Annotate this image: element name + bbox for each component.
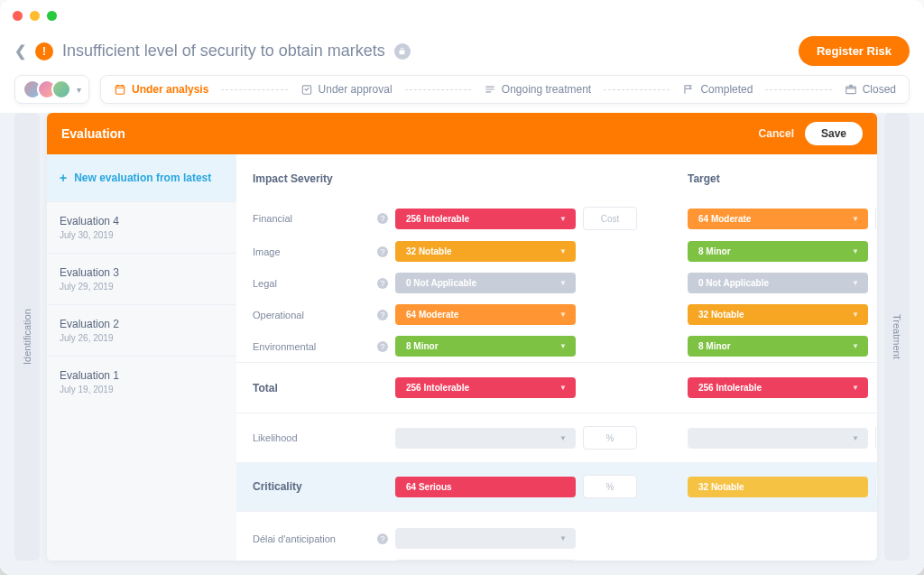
step-ongoing-treatment[interactable]: Ongoing treatment xyxy=(484,83,591,96)
operational-target-select[interactable]: 32 Notable▼ xyxy=(688,304,868,325)
recurrence-select[interactable]: ▼ xyxy=(395,560,576,561)
chevron-down-icon: ▼ xyxy=(852,215,859,223)
criticality-target-display: 32 Notable xyxy=(688,477,868,497)
evaluation-item[interactable]: Evaluation 1 July 19, 2019 xyxy=(47,356,236,407)
image-impact-select[interactable]: 32 Notable▼ xyxy=(395,241,576,262)
evaluation-item[interactable]: Evaluation 4 July 30, 2019 xyxy=(47,201,236,253)
total-target-select[interactable]: 256 Intolerable▼ xyxy=(688,377,868,398)
step-under-analysis[interactable]: Under analysis xyxy=(114,83,208,96)
page-header: ❮ ! Insufficient level of security to ob… xyxy=(0,31,924,75)
legal-impact-select[interactable]: 0 Not Applicable▼ xyxy=(395,273,576,293)
window-titlebar xyxy=(0,0,924,31)
warning-icon: ! xyxy=(35,42,53,60)
chevron-down-icon: ▼ xyxy=(559,384,567,392)
workflow-steps: Under analysis Under approval Ongoing tr… xyxy=(100,75,910,104)
chevron-down-icon: ▼ xyxy=(559,215,567,223)
environmental-impact-select[interactable]: 8 Minor▼ xyxy=(395,336,576,357)
financial-target-cost-input[interactable]: Cost xyxy=(875,207,877,230)
evaluation-grid: Impact Severity Target Financial? 256 In… xyxy=(236,154,877,561)
likelihood-impact-pct-input[interactable]: % xyxy=(583,426,637,450)
row-label-operational: Operational xyxy=(253,310,304,320)
row-label-environmental: Environmental xyxy=(253,341,316,352)
criticality-target-pct-input[interactable]: % xyxy=(875,475,877,498)
delai-select[interactable]: ▼ xyxy=(395,528,576,549)
legal-target-select[interactable]: 0 Not Applicable▼ xyxy=(688,273,868,293)
chevron-down-icon: ▾ xyxy=(77,85,81,95)
svg-rect-2 xyxy=(845,87,855,94)
help-icon[interactable]: ? xyxy=(377,246,388,257)
financial-target-select[interactable]: 64 Moderate▼ xyxy=(688,209,868,229)
back-icon[interactable]: ❮ xyxy=(14,42,26,60)
register-risk-button[interactable]: Register Risk xyxy=(799,36,910,66)
step-under-approval[interactable]: Under approval xyxy=(300,83,393,96)
row-label-delai: Délai d'anticipation xyxy=(253,533,336,544)
row-label-image: Image xyxy=(253,246,281,257)
help-icon[interactable]: ? xyxy=(377,533,388,544)
row-label-criticality: Criticality xyxy=(253,480,302,493)
evaluation-list: + New evaluation from latest Evaluation … xyxy=(47,154,236,561)
chevron-down-icon: ▼ xyxy=(559,247,567,255)
chevron-down-icon: ▼ xyxy=(559,279,567,287)
avatar xyxy=(51,79,71,99)
evaluation-item[interactable]: Evaluation 2 July 26, 2019 xyxy=(47,304,236,356)
row-label-financial: Financial xyxy=(253,213,292,224)
likelihood-impact-select[interactable]: ▼ xyxy=(395,428,576,449)
page-title: Insufficient level of security to obtain… xyxy=(62,42,385,60)
chevron-down-icon: ▼ xyxy=(559,434,567,442)
lock-icon xyxy=(394,43,411,60)
chevron-down-icon: ▼ xyxy=(852,342,859,350)
window-close-icon[interactable] xyxy=(13,11,23,21)
window-zoom-icon[interactable] xyxy=(47,11,57,21)
chevron-down-icon: ▼ xyxy=(852,434,859,442)
evaluation-panel: Evaluation Cancel Save + New evaluation … xyxy=(47,113,877,561)
tab-treatment[interactable]: Treatment xyxy=(884,113,910,561)
cancel-button[interactable]: Cancel xyxy=(759,127,794,140)
evaluation-item[interactable]: Evaluation 3 July 29, 2019 xyxy=(47,253,236,304)
help-icon[interactable]: ? xyxy=(377,278,388,289)
total-impact-select[interactable]: 256 Intolerable▼ xyxy=(395,377,576,398)
column-target: Target xyxy=(688,172,868,185)
step-closed[interactable]: Closed xyxy=(845,83,896,96)
criticality-impact-pct-input[interactable]: % xyxy=(583,475,637,498)
help-icon[interactable]: ? xyxy=(377,310,388,320)
row-label-legal: Legal xyxy=(253,278,277,289)
chevron-down-icon: ▼ xyxy=(559,311,567,319)
financial-impact-cost-input[interactable]: Cost xyxy=(583,207,637,230)
likelihood-target-pct-input[interactable]: % xyxy=(875,426,877,450)
svg-rect-0 xyxy=(116,86,124,94)
assignees-dropdown[interactable]: ▾ xyxy=(14,75,89,104)
step-completed[interactable]: Completed xyxy=(682,83,753,96)
likelihood-target-select[interactable]: ▼ xyxy=(688,428,868,449)
row-label-likelihood: Likelihood xyxy=(253,432,298,443)
chevron-down-icon: ▼ xyxy=(852,311,859,319)
panel-title: Evaluation xyxy=(61,126,125,141)
criticality-impact-display: 64 Serious xyxy=(395,477,576,497)
environmental-target-select[interactable]: 8 Minor▼ xyxy=(688,336,868,357)
chevron-down-icon: ▼ xyxy=(852,247,859,255)
plus-icon: + xyxy=(60,171,67,185)
financial-impact-select[interactable]: 256 Intolerable▼ xyxy=(395,209,576,229)
chevron-down-icon: ▼ xyxy=(559,342,567,350)
chevron-down-icon: ▼ xyxy=(559,534,567,543)
help-icon[interactable]: ? xyxy=(377,341,388,352)
chevron-down-icon: ▼ xyxy=(852,279,859,287)
column-impact-severity: Impact Severity xyxy=(253,172,388,185)
save-button[interactable]: Save xyxy=(805,122,863,145)
image-target-select[interactable]: 8 Minor▼ xyxy=(688,241,868,262)
help-icon[interactable]: ? xyxy=(377,213,388,224)
new-evaluation-button[interactable]: + New evaluation from latest xyxy=(47,154,236,201)
chevron-down-icon: ▼ xyxy=(852,384,859,392)
tab-identification[interactable]: Identification xyxy=(14,113,40,561)
window-minimize-icon[interactable] xyxy=(30,11,40,21)
operational-impact-select[interactable]: 64 Moderate▼ xyxy=(395,304,576,325)
row-label-total: Total xyxy=(253,382,278,394)
